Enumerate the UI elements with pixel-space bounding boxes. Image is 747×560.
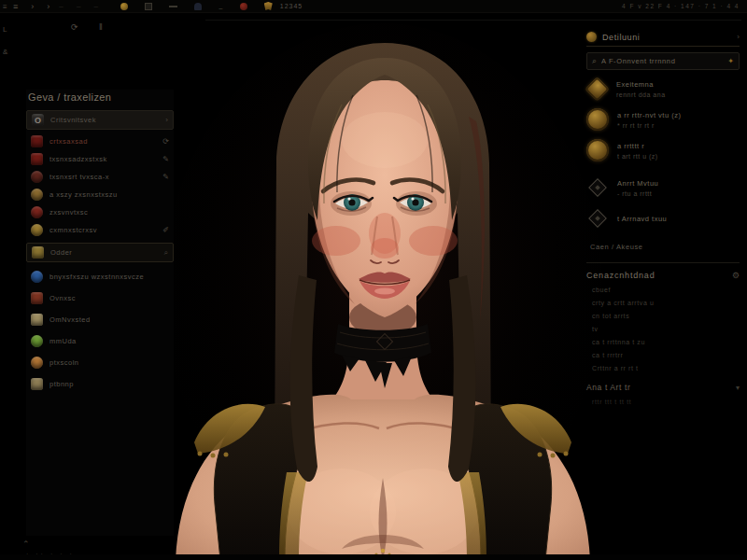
shield-icon[interactable]: [264, 2, 273, 10]
left-row-selected[interactable]: O Critsvnitsvek ›: [26, 110, 174, 130]
gem-icon: [585, 77, 610, 102]
item-title: Exeitemna: [616, 80, 666, 89]
sparkle-icon[interactable]: ✦: [727, 57, 734, 65]
reward-item[interactable]: a rrtttt r t art rtt u (z): [586, 139, 740, 161]
right-panel-header[interactable]: Detiluuni ›: [586, 32, 740, 47]
refresh-icon[interactable]: ⟳: [162, 137, 169, 146]
diamond-icon: [588, 178, 607, 197]
reward-item[interactable]: Anrrt Mvtuu - rtu a rrttt: [586, 176, 740, 199]
coin-icon: [586, 32, 597, 42]
settings-line[interactable]: crty a crtt arrtva u: [586, 300, 740, 306]
feather-icon[interactable]: ✐: [162, 226, 169, 234]
settings-line[interactable]: cn tot arrts: [586, 313, 740, 319]
panel-divider: [586, 262, 740, 263]
nav-forward-icon[interactable]: ›: [47, 0, 49, 13]
left-row[interactable]: OmNvxsted: [26, 309, 174, 330]
grid-icon: [32, 246, 44, 259]
category-icon: [31, 292, 43, 304]
category-icon: [31, 378, 43, 390]
wave-icon[interactable]: ~: [218, 3, 223, 10]
left-row-boxed[interactable]: Odder ⌕: [26, 243, 174, 262]
row-label: txsnxsadzxstxsk: [49, 155, 156, 163]
toolbar-divider: [205, 20, 741, 21]
left-row[interactable]: bnyxsfxszu wzxstnnxsvcze: [26, 266, 174, 287]
rail-layers-icon[interactable]: L: [3, 25, 7, 34]
item-title: a rr rttr-nvt vtu (z): [617, 111, 681, 119]
rail-menu-icon[interactable]: ≡: [3, 3, 7, 11]
footer-section-header[interactable]: Ana t Art tr ▾: [586, 383, 740, 392]
character-icon[interactable]: [194, 3, 202, 10]
category-icon: [31, 171, 43, 183]
minimize-icon[interactable]: [169, 6, 177, 7]
reward-item[interactable]: t Arrnavd txuu: [586, 207, 740, 230]
chevron-right-icon[interactable]: ›: [165, 116, 168, 124]
edit-icon[interactable]: ✎: [162, 155, 169, 163]
settings-line[interactable]: ca t rrttnna t zu: [586, 339, 740, 345]
row-label: ptxscoln: [49, 358, 169, 367]
row-label: bnyxsfxszu wzxstnnxsvcze: [49, 273, 169, 281]
row-label: Critsvnitsvek: [50, 116, 159, 124]
search-icon: ⌕: [592, 56, 597, 66]
item-title: Anrrt Mvtuu: [617, 179, 658, 188]
breadcrumb-link[interactable]: Caen / Akeuse: [586, 243, 740, 251]
reward-item[interactable]: a rr rttr-nvt vtu (z) * rr rt tr rt r: [586, 108, 740, 131]
left-row[interactable]: mmUda: [26, 330, 174, 352]
character-render: [159, 0, 607, 560]
rail-pin-icon[interactable]: &: [3, 48, 7, 56]
item-title: t Arrnavd txuu: [617, 215, 667, 223]
menu-icon[interactable]: ≡: [13, 0, 18, 13]
left-row[interactable]: ptxscoln: [26, 352, 174, 373]
left-row[interactable]: Ovnxsc: [26, 287, 174, 309]
search-box[interactable]: ⌕ A F-Onnvent trrnnnd ✦: [586, 52, 740, 70]
left-row[interactable]: crtxsaxsad ⟳: [26, 133, 174, 150]
item-title: a rrtttt r: [617, 142, 658, 150]
collapse-chevron-icon[interactable]: ⌃: [22, 539, 30, 549]
item-subtitle: t art rtt u (z): [617, 153, 658, 160]
chevron-right-icon[interactable]: ›: [737, 33, 740, 41]
row-label: cxmnxstcrxsv: [49, 226, 156, 234]
search-icon[interactable]: ⌕: [164, 248, 168, 258]
right-panel: Detiluuni › ⌕ A F-Onnvent trrnnnd ✦ Exei…: [586, 32, 740, 405]
top-toolbar: ≡ › › – – – ~ 12345 4 F v 22 F 4 · 147 ·…: [0, 0, 747, 13]
settings-section-header[interactable]: Cenazcnhtdnad ⚙: [586, 271, 740, 280]
category-icon: [31, 189, 43, 201]
row-label: crtxsaxsad: [49, 137, 156, 146]
diamond-icon: [588, 209, 607, 228]
settings-title: Cenazcnhtdnad: [586, 271, 732, 280]
edit-icon[interactable]: ✎: [162, 173, 169, 181]
settings-line[interactable]: cbuef: [586, 287, 740, 293]
alert-icon[interactable]: [240, 3, 247, 10]
row-label: OmNvxsted: [49, 315, 169, 324]
reward-item[interactable]: Exeitemna rennrt dda ana: [586, 78, 740, 100]
character-portrait: [159, 0, 607, 560]
settings-line[interactable]: Crttnr a rr rt t: [586, 365, 740, 371]
row-label: Ovnxsc: [49, 294, 169, 302]
item-subtitle: - rtu a rrttt: [617, 190, 658, 197]
left-panel-title: Geva / traxelizen: [28, 91, 172, 103]
inventory-icon[interactable]: [145, 3, 152, 10]
left-row[interactable]: txsnxsadzxstxsk ✎: [26, 150, 174, 168]
item-subtitle: * rr rt tr rt r: [617, 122, 681, 129]
row-label: Odder: [50, 248, 158, 257]
category-icon: [31, 314, 43, 326]
left-row[interactable]: ptbnnp: [26, 373, 174, 395]
left-row[interactable]: txsnxsrt tvxsca-x ✎: [26, 168, 174, 186]
left-row[interactable]: a xszy zxsnxstxszu: [26, 186, 174, 203]
row-label: mmUda: [49, 337, 169, 345]
left-panel: Geva / traxelizen O Critsvnitsvek › crtx…: [26, 90, 174, 536]
refresh-icon[interactable]: ⟳: [71, 22, 78, 32]
gear-icon: O: [32, 114, 44, 126]
nav-back-icon[interactable]: ›: [31, 0, 34, 13]
category-icon: [31, 271, 43, 283]
left-row[interactable]: cxmnxstcrxsv ✐: [26, 221, 174, 239]
row-label: txsnxsrt tvxsca-x: [49, 173, 156, 181]
settings-line[interactable]: tv: [586, 326, 740, 332]
currency-icon[interactable]: [120, 3, 128, 10]
settings-line[interactable]: ca t rrrtrr: [586, 352, 740, 358]
left-row[interactable]: zxsvnvtxsc: [26, 203, 174, 221]
gear-icon[interactable]: ⚙: [732, 271, 740, 280]
category-icon: [31, 357, 43, 369]
pause-icon[interactable]: ‖: [99, 22, 103, 32]
category-icon: [31, 135, 43, 147]
chevron-down-icon[interactable]: ▾: [736, 384, 740, 392]
